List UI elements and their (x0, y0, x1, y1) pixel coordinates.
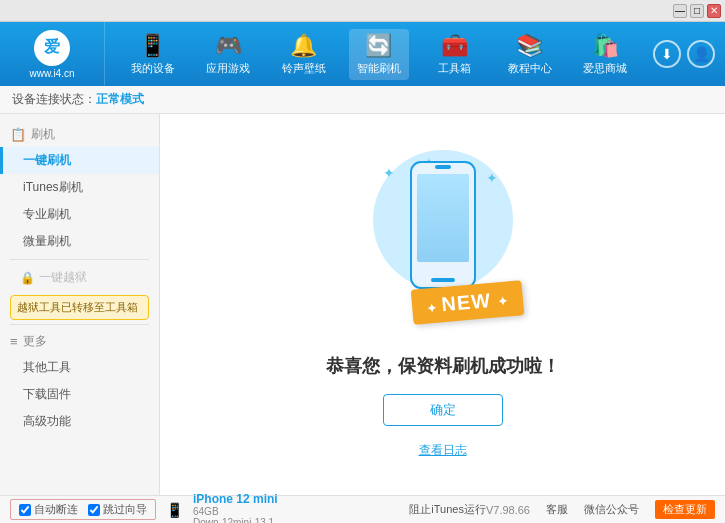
phone-illustration: ✦ ✦ ✦ (363, 150, 523, 330)
bottom-right: V7.98.66 客服 微信公众号 检查更新 (486, 500, 715, 519)
download-firmware-label: 下载固件 (23, 387, 71, 401)
logo-icon: 爱 (34, 30, 70, 66)
jailbreak-notice: 越狱工具已转移至工具箱 (10, 295, 149, 320)
nav-tutorial[interactable]: 📚 教程中心 (500, 29, 560, 80)
sidebar-section-more[interactable]: ≡ 更多 (0, 329, 159, 354)
download-button[interactable]: ⬇ (653, 40, 681, 68)
status-prefix: 设备连接状态： (12, 91, 96, 108)
device-phone-icon: 📱 (166, 502, 183, 518)
stop-itunes[interactable]: 阻止iTunes运行 (409, 502, 486, 517)
close-button[interactable]: ✕ (707, 4, 721, 18)
skip-wizard-checkbox[interactable] (88, 504, 100, 516)
celebration-container: ✦ ✦ ✦ (326, 150, 560, 459)
status-value: 正常模式 (96, 91, 144, 108)
ringtone-label: 铃声壁纸 (282, 61, 326, 76)
sidebar-item-advanced[interactable]: 高级功能 (0, 408, 159, 435)
jailbreak-label: 一键越狱 (39, 269, 87, 286)
auto-connect-checkbox[interactable] (19, 504, 31, 516)
other-tools-label: 其他工具 (23, 360, 71, 374)
lock-icon: 🔒 (20, 271, 35, 285)
more-section-label: 更多 (23, 333, 47, 350)
apps-games-label: 应用游戏 (206, 61, 250, 76)
wechat-link[interactable]: 微信公众号 (584, 502, 639, 517)
status-bar: 设备连接状态： 正常模式 (0, 86, 725, 114)
smart-flash-label: 智能刷机 (357, 61, 401, 76)
nav-toolbox[interactable]: 🧰 工具箱 (424, 29, 484, 80)
nav-bar: 📱 我的设备 🎮 应用游戏 🔔 铃声壁纸 🔄 智能刷机 🧰 工具箱 📚 教程中心… (105, 22, 653, 86)
sidebar-item-keep-data-flash[interactable]: 微量刷机 (0, 228, 159, 255)
store-label: 爱思商城 (583, 61, 627, 76)
tutorial-label: 教程中心 (508, 61, 552, 76)
flash-section-icon: 📋 (10, 127, 26, 142)
logo-area[interactable]: 爱 www.i4.cn (0, 22, 105, 86)
device-info: iPhone 12 mini 64GB Down-12mini-13,1 (193, 492, 278, 524)
keep-data-flash-label: 微量刷机 (23, 234, 71, 248)
pro-flash-label: 专业刷机 (23, 207, 71, 221)
confirm-button[interactable]: 确定 (383, 394, 503, 426)
toolbox-icon: 🧰 (441, 33, 468, 59)
nav-smart-flash[interactable]: 🔄 智能刷机 (349, 29, 409, 80)
sparkle-3: ✦ (486, 170, 498, 186)
skip-wizard-checkbox-item: 跳过向导 (88, 502, 147, 517)
sidebar-item-itunes-flash[interactable]: iTunes刷机 (0, 174, 159, 201)
svg-rect-4 (417, 174, 469, 262)
ringtone-icon: 🔔 (290, 33, 317, 59)
user-button[interactable]: 👤 (687, 40, 715, 68)
nav-ringtone[interactable]: 🔔 铃声壁纸 (274, 29, 334, 80)
bottom-checkboxes: 自动断连 跳过向导 (10, 499, 156, 520)
main-layout: 📋 刷机 一键刷机 iTunes刷机 专业刷机 微量刷机 🔒 一键越狱 越狱工具… (0, 114, 725, 495)
svg-rect-2 (431, 278, 455, 282)
success-text: 恭喜您，保资料刷机成功啦！ (326, 354, 560, 378)
my-device-icon: 📱 (139, 33, 166, 59)
version-label: V7.98.66 (486, 504, 530, 516)
minimize-button[interactable]: — (673, 4, 687, 18)
sidebar-item-one-key-flash[interactable]: 一键刷机 (0, 147, 159, 174)
one-key-flash-label: 一键刷机 (23, 153, 71, 167)
skip-wizard-label: 跳过向导 (103, 502, 147, 517)
logo-url: www.i4.cn (29, 68, 74, 79)
my-device-label: 我的设备 (131, 61, 175, 76)
bottom-left: 自动断连 跳过向导 📱 iPhone 12 mini 64GB Down-12m… (10, 492, 409, 524)
nav-apps-games[interactable]: 🎮 应用游戏 (198, 29, 258, 80)
sidebar-section-jailbreak: 🔒 一键越狱 (0, 264, 159, 291)
customer-service-link[interactable]: 客服 (546, 502, 568, 517)
header-actions: ⬇ 👤 (653, 40, 725, 68)
maximize-button[interactable]: □ (690, 4, 704, 18)
apps-games-icon: 🎮 (215, 33, 242, 59)
check-update-button[interactable]: 检查更新 (655, 500, 715, 519)
sidebar-item-download-firmware[interactable]: 下载固件 (0, 381, 159, 408)
sidebar-item-pro-flash[interactable]: 专业刷机 (0, 201, 159, 228)
phone-svg (403, 160, 483, 290)
device-firmware: Down-12mini-13,1 (193, 517, 278, 524)
nav-store[interactable]: 🛍️ 爱思商城 (575, 29, 635, 80)
bottom-bar: 自动断连 跳过向导 📱 iPhone 12 mini 64GB Down-12m… (0, 495, 725, 523)
smart-flash-icon: 🔄 (365, 33, 392, 59)
sparkle-1: ✦ (383, 165, 395, 181)
sidebar-section-flash[interactable]: 📋 刷机 (0, 122, 159, 147)
header: 爱 www.i4.cn 📱 我的设备 🎮 应用游戏 🔔 铃声壁纸 🔄 智能刷机 … (0, 22, 725, 86)
retry-link[interactable]: 查看日志 (419, 442, 467, 459)
device-name: iPhone 12 mini (193, 492, 278, 506)
nav-my-device[interactable]: 📱 我的设备 (123, 29, 183, 80)
tutorial-icon: 📚 (516, 33, 543, 59)
content-area: ✦ ✦ ✦ (160, 114, 725, 495)
device-storage: 64GB (193, 506, 278, 517)
toolbox-label: 工具箱 (438, 61, 471, 76)
more-section-icon: ≡ (10, 334, 18, 349)
svg-rect-3 (435, 165, 451, 169)
auto-connect-label: 自动断连 (34, 502, 78, 517)
sidebar-divider-2 (10, 324, 149, 325)
store-icon: 🛍️ (592, 33, 619, 59)
auto-connect-checkbox-item: 自动断连 (19, 502, 78, 517)
advanced-label: 高级功能 (23, 414, 71, 428)
sidebar: 📋 刷机 一键刷机 iTunes刷机 专业刷机 微量刷机 🔒 一键越狱 越狱工具… (0, 114, 160, 495)
flash-section-label: 刷机 (31, 126, 55, 143)
itunes-flash-label: iTunes刷机 (23, 180, 83, 194)
sidebar-divider-1 (10, 259, 149, 260)
title-bar: — □ ✕ (0, 0, 725, 22)
sidebar-item-other-tools[interactable]: 其他工具 (0, 354, 159, 381)
